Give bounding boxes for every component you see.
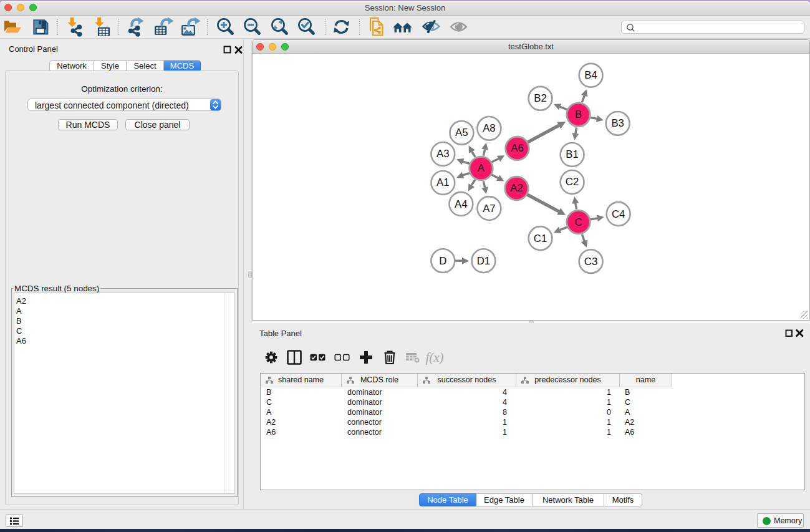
svg-text:A4: A4 [455, 198, 468, 210]
svg-text:B1: B1 [566, 148, 579, 160]
svg-text:C3: C3 [584, 256, 597, 268]
svg-text:A2: A2 [510, 183, 523, 195]
svg-text:f(x): f(x) [425, 350, 443, 365]
svg-text:A: A [478, 162, 485, 174]
svg-text:B3: B3 [611, 117, 624, 129]
svg-text:B: B [575, 109, 582, 120]
svg-text:A5: A5 [455, 127, 468, 138]
svg-text:A6: A6 [511, 142, 524, 154]
svg-text:B4: B4 [584, 69, 597, 81]
svg-text:A3: A3 [436, 148, 450, 160]
svg-text:A8: A8 [483, 122, 496, 134]
svg-text:A7: A7 [483, 203, 496, 215]
svg-text:D1: D1 [477, 255, 490, 267]
svg-text:C2: C2 [566, 176, 579, 188]
svg-text:C4: C4 [612, 208, 625, 220]
svg-text:D: D [439, 255, 446, 267]
svg-text:C1: C1 [534, 233, 547, 244]
svg-text:B2: B2 [534, 92, 547, 104]
svg-text:A1: A1 [436, 177, 450, 188]
svg-text:C: C [575, 216, 582, 228]
